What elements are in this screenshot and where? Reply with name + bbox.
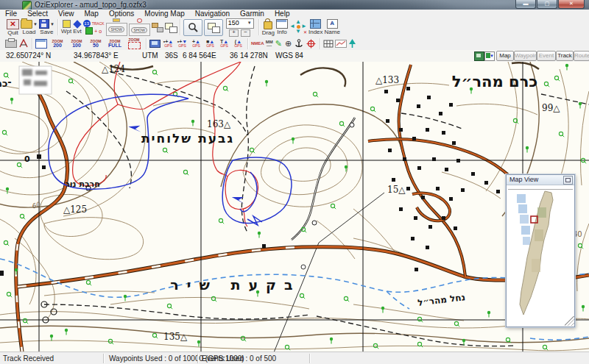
track-tools-icon [152,23,163,32]
status-track-received: Track Received [3,354,54,363]
menu-navigation[interactable]: Navigation [190,10,235,18]
zoom-increase-button[interactable]: + [229,29,239,37]
full-screen-button[interactable] [474,51,484,61]
man-overboard-button[interactable] [306,38,316,49]
altitude-profile-button[interactable] [335,38,347,49]
menu-view[interactable]: View [53,10,80,18]
quit-icon: ✕ [7,19,19,29]
label-kerem-maharal: כרם מהר״ל [452,73,537,90]
name-search-button[interactable]: A Name [325,18,340,36]
show-events-button[interactable]: SHOW [129,18,150,36]
blurred-map-stamp [19,66,52,94]
menu-garmin[interactable]: Garmin [235,10,269,18]
quit-button[interactable]: ✕ Quit [7,18,19,36]
cascade-icon [208,23,219,32]
menu-select[interactable]: Select [22,10,53,18]
moving-map-button[interactable]: MM▪▪▪▪ [266,38,273,49]
drag-map-button[interactable]: Drag [262,18,275,36]
coordinate-bar: 32.650724° N 34.967843° E UTM 36S 6 84 5… [0,50,589,63]
map-tab-button[interactable]: Map [496,51,514,61]
chevron-down-icon: ▼ [33,22,38,26]
minimize-button[interactable]: ▬ [515,0,536,9]
info-button[interactable]: Info [276,18,288,36]
save-button[interactable]: ▼ Save [39,18,54,36]
waypoint-toggle-button[interactable]: Wpt [61,18,71,36]
longitude-display: 34.967843° E [74,51,119,60]
nmea-logging-button[interactable]: NMEA [251,38,264,49]
track-display-control[interactable]: 13TRACK + o [83,18,105,36]
map-canvas[interactable]: גבעת שלוחית כרם מהר״ל חרבת נור בקעת שיר … [0,62,589,351]
datum-display: WGS 84 [275,51,303,60]
event-toggle-button[interactable]: Evt [73,18,82,36]
anchor-alarm-button[interactable] [294,38,303,49]
menu-moving-map[interactable]: Moving Map [139,10,189,18]
map-windows-button[interactable] [165,18,177,36]
map-index-button[interactable]: Index [308,18,323,36]
measure-distance-button[interactable] [18,38,29,49]
position-target-button[interactable]: ⊕ [285,38,292,49]
map-view-titlebar[interactable]: Map View [507,175,574,185]
maximize-button[interactable]: ▢ [537,0,557,9]
label-hurbat: חרבת נור [65,179,100,189]
zoom-200-button[interactable]: ZOOM200 [49,38,66,49]
title-bar[interactable]: OziExplorer - amud_topo_fg.ozfx3 ▬ ▢ ✕ [0,0,589,10]
pan-arrows-control[interactable]: ▲ ▼ ◄ ► ✕ [289,19,308,35]
map-view-restore-button[interactable] [563,176,573,185]
cascade-windows-button[interactable] [204,19,223,36]
route-tab-button[interactable]: Route [574,51,589,61]
pan-close-icon[interactable]: ✕ [303,29,307,35]
map-view-body[interactable] [507,185,574,326]
load-button[interactable]: ▼ Load [21,18,38,36]
window-title: OziExplorer - amud_topo_fg.ozfx3 [35,0,147,10]
zoom-100-button[interactable]: ZOOM100 [68,38,85,49]
menu-file[interactable]: File [0,10,22,18]
gps-download-waypoints-button[interactable]: ▪+▼GPS [176,38,188,49]
magnifier-button[interactable] [183,19,202,36]
zoom-50-button[interactable]: ZOOM50 [87,38,105,49]
print-map-button[interactable] [5,38,17,49]
zoom-window-button[interactable]: ZOOM [125,38,143,49]
tree-icon [348,39,356,49]
pan-left-icon[interactable]: ◄ [289,24,295,29]
gps-download-tracks-button[interactable]: ■▲GPS [204,38,216,49]
map-view-panel[interactable]: Map View [506,174,575,327]
gps-upload-tracks-button[interactable]: +▲GPS [190,38,202,49]
zoom-decrease-button[interactable]: − [241,29,250,37]
event-tab-button[interactable]: Event [537,51,556,61]
waypoint-tab-button[interactable]: Waypoint [514,51,537,61]
zoom-level-combo[interactable]: 150▼ [226,18,254,29]
zoom-full-button[interactable]: ZOOMFULL [106,38,124,49]
roads-layer [16,65,589,351]
profile-chart-icon [335,40,347,48]
wadi-streams [0,259,589,340]
close-button[interactable]: ✕ [558,0,585,9]
screen-config-button[interactable] [149,38,161,49]
menu-options[interactable]: Options [104,10,139,18]
map-labels-layer: גבעת שלוחית כרם מהר״ל חרבת נור בקעת שיר … [0,64,582,342]
copy-map-button[interactable] [35,38,47,49]
gps-upload-routes-button[interactable]: T▲GPS [218,38,230,49]
resize-grip[interactable] [565,316,574,326]
save-position-button[interactable] [484,51,495,61]
track-bar-button[interactable] [152,18,163,36]
map-view-title: Map View [509,176,538,183]
grid-label-0: 0 [24,154,30,164]
topo-map[interactable]: גבעת שלוחית כרם מהר״ל חרבת נור בקעת שיר … [0,62,589,351]
gps-upload-waypoints-button[interactable]: ▪+▲GPS [162,38,174,49]
pan-right-icon[interactable]: ► [301,24,307,29]
show-waypoints-button[interactable]: SHOW [106,18,127,36]
utm-label: UTM [142,51,158,60]
draw-track-button[interactable]: ✎ [275,38,282,49]
menu-help[interactable]: Help [269,10,295,18]
spot-height-125: △125 [63,204,87,215]
menu-map[interactable]: Map [79,10,103,18]
track-tab-button[interactable]: Track [556,51,574,61]
grid-icon [323,40,334,48]
pan-center-icon[interactable] [297,25,300,29]
pan-up-icon[interactable]: ▲ [295,19,301,25]
grid-config-button[interactable] [323,38,334,49]
israel-overview-map[interactable] [507,185,573,325]
gps-download-routes-button[interactable]: (▲GPS [232,38,244,49]
3d-view-button[interactable] [348,38,356,49]
pan-down-icon[interactable]: ▼ [295,29,301,35]
